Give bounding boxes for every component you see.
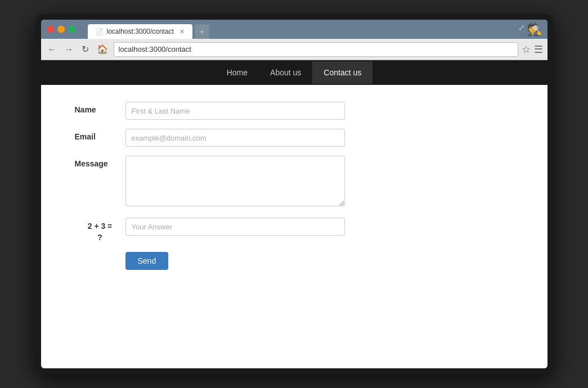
send-row: Send <box>75 252 514 270</box>
new-tab-button[interactable]: + <box>195 24 209 39</box>
email-field-container <box>125 129 345 147</box>
monitor: 📄 localhost:3000/contact ✕ + ⤢ 🕵️ ← → ↻ … <box>35 14 553 374</box>
expand-icon: ⤢ <box>518 23 525 32</box>
site-nav: Home About us Contact us <box>41 60 547 85</box>
captcha-field-container <box>125 218 345 236</box>
url-box[interactable]: localhost:3000/contact <box>114 42 518 57</box>
name-input[interactable] <box>125 102 345 120</box>
tab-page-icon: 📄 <box>96 28 104 35</box>
captcha-label: 2 + 3 =? <box>75 218 125 243</box>
close-button[interactable] <box>47 26 54 33</box>
nav-home[interactable]: Home <box>216 61 259 84</box>
address-bar: ← → ↻ 🏠 localhost:3000/contact ☆ ☰ <box>41 39 547 60</box>
send-label-spacer <box>75 252 125 255</box>
name-label: Name <box>75 102 125 114</box>
bookmark-icon[interactable]: ☆ <box>522 43 531 56</box>
url-text: localhost:3000/contact <box>119 45 191 53</box>
page-content: Name Email Message <box>41 85 547 368</box>
minimize-button[interactable] <box>57 26 65 33</box>
forward-button[interactable]: → <box>62 43 76 56</box>
message-row: Message <box>75 156 514 209</box>
name-row: Name <box>75 102 514 120</box>
name-field <box>125 102 345 120</box>
browser-tab[interactable]: 📄 localhost:3000/contact ✕ <box>88 24 192 39</box>
email-row: Email <box>75 129 514 147</box>
email-label: Email <box>75 129 125 141</box>
spy-icon: 🕵️ <box>527 22 542 37</box>
send-button-container: Send <box>125 252 345 270</box>
menu-icon[interactable]: ☰ <box>534 43 543 56</box>
nav-contact[interactable]: Contact us <box>312 61 372 84</box>
captcha-input[interactable] <box>125 218 345 236</box>
message-textarea[interactable] <box>125 156 345 206</box>
back-button[interactable]: ← <box>46 43 59 56</box>
reload-button[interactable]: ↻ <box>79 43 91 56</box>
message-label: Message <box>75 156 125 168</box>
tab-bar: 📄 localhost:3000/contact ✕ + ⤢ 🕵️ <box>41 20 547 39</box>
maximize-button[interactable] <box>68 26 75 33</box>
tab-title: localhost:3000/contact <box>107 28 174 35</box>
browser-window: 📄 localhost:3000/contact ✕ + ⤢ 🕵️ ← → ↻ … <box>41 20 547 368</box>
nav-about[interactable]: About us <box>259 61 312 84</box>
email-input[interactable] <box>125 129 345 147</box>
captcha-row: 2 + 3 =? <box>75 218 514 243</box>
tab-close-icon[interactable]: ✕ <box>179 28 185 35</box>
new-tab-icon: + <box>200 27 204 36</box>
message-field-container <box>125 156 345 209</box>
window-controls <box>47 26 75 33</box>
home-button[interactable]: 🏠 <box>95 43 110 56</box>
send-button[interactable]: Send <box>125 252 169 270</box>
